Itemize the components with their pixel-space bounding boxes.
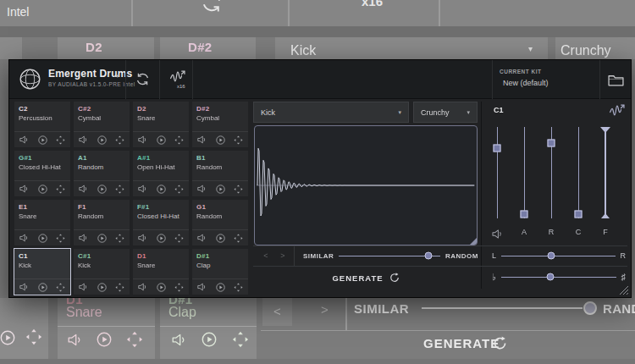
play-icon[interactable] bbox=[157, 185, 166, 194]
speaker-icon[interactable] bbox=[197, 234, 207, 242]
speaker-icon[interactable] bbox=[138, 135, 147, 144]
speaker-icon[interactable] bbox=[138, 283, 147, 291]
move-icon[interactable] bbox=[174, 234, 184, 243]
move-icon[interactable] bbox=[115, 234, 124, 243]
move-icon[interactable] bbox=[115, 135, 124, 145]
background-speaker-icon bbox=[172, 334, 186, 346]
drum-pad-g1[interactable]: G1 Random bbox=[192, 200, 248, 245]
move-icon[interactable] bbox=[174, 135, 184, 145]
speaker-icon[interactable] bbox=[138, 185, 147, 193]
play-icon[interactable] bbox=[216, 283, 225, 292]
play-icon[interactable] bbox=[38, 135, 47, 145]
play-icon[interactable] bbox=[216, 185, 225, 194]
speaker-icon[interactable] bbox=[79, 283, 88, 291]
play-icon[interactable] bbox=[216, 234, 225, 243]
similar-random-handle[interactable] bbox=[424, 252, 432, 260]
volume-slider-handle[interactable] bbox=[494, 144, 501, 152]
play-icon[interactable] bbox=[97, 234, 107, 243]
speaker-icon[interactable] bbox=[138, 234, 147, 242]
waveform-resize-corner[interactable] bbox=[470, 238, 477, 245]
move-icon[interactable] bbox=[56, 185, 65, 194]
drum-pad-ds1[interactable]: D#1 Clap bbox=[192, 249, 248, 295]
drum-pad-as1[interactable]: A#1 Open Hi-Hat bbox=[133, 151, 189, 196]
expand-sample-wave-icon[interactable] bbox=[609, 104, 625, 117]
window-resize-grip[interactable] bbox=[618, 284, 629, 295]
next-sample-button[interactable]: > bbox=[277, 251, 289, 260]
pan-handle[interactable] bbox=[548, 252, 555, 260]
sample-type-dropdown[interactable]: Kick ▾ bbox=[253, 102, 409, 123]
open-kit-folder-icon[interactable] bbox=[608, 74, 624, 86]
current-kit-value[interactable]: New (default) bbox=[503, 79, 549, 87]
drum-pad-d2[interactable]: D2 Snare bbox=[133, 102, 189, 147]
drum-pad-c2[interactable]: C2 Percussion bbox=[14, 102, 70, 147]
drum-pad-a1[interactable]: A1 Random bbox=[74, 151, 130, 196]
move-icon[interactable] bbox=[56, 135, 65, 145]
play-icon[interactable] bbox=[157, 234, 166, 243]
speaker-icon[interactable] bbox=[19, 135, 29, 144]
speaker-icon[interactable] bbox=[19, 234, 29, 242]
waveform-display[interactable] bbox=[254, 125, 478, 245]
speaker-icon[interactable] bbox=[79, 234, 88, 242]
generate-button[interactable]: GENERATE bbox=[253, 267, 478, 289]
release-slider[interactable] bbox=[543, 127, 560, 218]
speaker-icon[interactable] bbox=[197, 135, 207, 144]
volume-speaker-icon bbox=[492, 229, 503, 239]
play-icon[interactable] bbox=[157, 135, 166, 145]
play-icon[interactable] bbox=[97, 185, 107, 194]
title-caret-icon[interactable]: ▾ bbox=[116, 73, 119, 80]
speaker-icon[interactable] bbox=[19, 283, 29, 291]
previous-sample-button[interactable]: < bbox=[260, 251, 272, 260]
sample-style-dropdown[interactable]: Crunchy ▾ bbox=[413, 102, 478, 123]
drum-pad-f1[interactable]: F1 Random bbox=[74, 200, 130, 245]
move-icon[interactable] bbox=[115, 185, 124, 194]
reload-kit-icon[interactable] bbox=[135, 72, 150, 86]
c-slider[interactable] bbox=[570, 127, 587, 218]
move-icon[interactable] bbox=[234, 283, 243, 292]
pitch-handle[interactable] bbox=[547, 273, 555, 281]
speaker-icon[interactable] bbox=[19, 185, 29, 193]
drum-pad-b1[interactable]: B1 Random bbox=[192, 151, 248, 196]
drum-pad-ds2[interactable]: D#2 Cymbal bbox=[192, 102, 248, 147]
move-icon[interactable] bbox=[234, 135, 243, 145]
move-icon[interactable] bbox=[174, 283, 184, 292]
attack-slider[interactable] bbox=[516, 127, 533, 218]
move-icon[interactable] bbox=[56, 234, 65, 243]
pan-slider[interactable] bbox=[501, 252, 615, 260]
play-icon[interactable] bbox=[38, 234, 47, 243]
drum-pad-gs1[interactable]: G#1 Closed Hi-Hat bbox=[14, 151, 70, 196]
pitch-slider[interactable] bbox=[501, 273, 616, 281]
release-slider-handle[interactable] bbox=[548, 140, 555, 147]
move-icon[interactable] bbox=[174, 185, 184, 194]
play-icon[interactable] bbox=[38, 283, 47, 292]
play-icon[interactable] bbox=[216, 135, 225, 145]
similar-random-slider[interactable] bbox=[339, 252, 440, 260]
attack-slider-handle[interactable] bbox=[521, 210, 528, 218]
plugin-title[interactable]: Emergent Drums bbox=[48, 68, 133, 80]
play-icon[interactable] bbox=[38, 185, 47, 194]
play-icon[interactable] bbox=[157, 283, 166, 292]
speaker-icon[interactable] bbox=[79, 185, 88, 193]
speaker-icon[interactable] bbox=[197, 185, 207, 193]
background-x16-label: x16 bbox=[362, 0, 383, 8]
speaker-icon[interactable] bbox=[197, 283, 207, 291]
move-icon[interactable] bbox=[234, 234, 243, 243]
move-icon[interactable] bbox=[56, 283, 65, 292]
volume-slider[interactable] bbox=[489, 127, 505, 218]
c-slider-handle[interactable] bbox=[575, 210, 583, 218]
filter-bottom-handle[interactable] bbox=[601, 213, 610, 218]
filter-top-handle[interactable] bbox=[600, 127, 610, 133]
move-icon[interactable] bbox=[234, 185, 243, 194]
speaker-icon[interactable] bbox=[79, 135, 88, 144]
multi-out-wave-icon[interactable] bbox=[169, 70, 185, 83]
drum-pad-c1[interactable]: C1 Kick bbox=[14, 249, 70, 295]
drum-pad-d1[interactable]: D1 Snare bbox=[133, 249, 189, 295]
filter-range-slider[interactable] bbox=[597, 127, 614, 218]
drum-pad-fs1[interactable]: F#1 Closed Hi-Hat bbox=[133, 200, 189, 245]
drum-pad-e1[interactable]: E1 Snare bbox=[14, 200, 70, 245]
pad-note-label: A1 bbox=[78, 154, 125, 162]
drum-pad-cs1[interactable]: C#1 Kick bbox=[74, 249, 130, 295]
move-icon[interactable] bbox=[115, 283, 124, 292]
drum-pad-cs2[interactable]: C#2 Cymbal bbox=[74, 102, 130, 147]
play-icon[interactable] bbox=[97, 135, 107, 145]
play-icon[interactable] bbox=[97, 283, 107, 292]
